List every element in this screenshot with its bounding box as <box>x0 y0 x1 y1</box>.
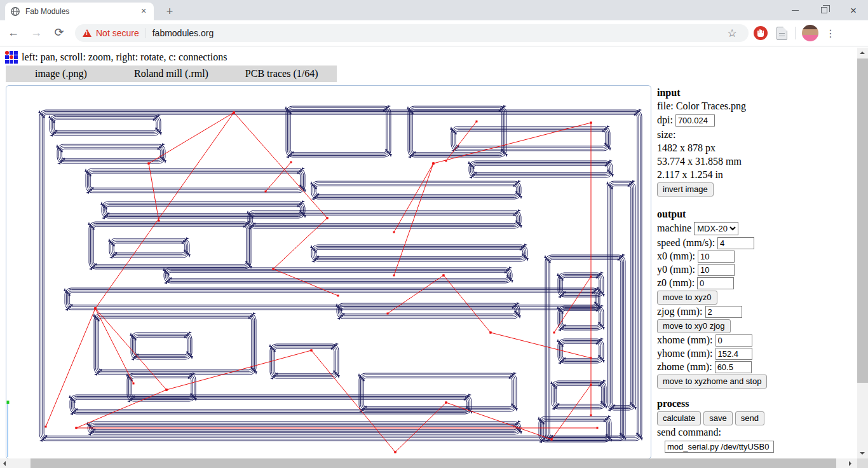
scroll-down-icon[interactable] <box>860 452 865 455</box>
control-panel: input file: Color Traces.png dpi: size: … <box>657 86 851 468</box>
scroll-up-icon[interactable] <box>860 52 865 54</box>
hand-icon <box>757 29 764 37</box>
process-section-title: process <box>657 397 851 410</box>
address-bar[interactable]: Not secure fabmodules.org ☆ <box>75 24 749 42</box>
send-command-label: send command: <box>657 425 851 439</box>
tab-title: Fab Modules <box>25 7 139 16</box>
input-file-line: file: Color Traces.png <box>657 99 851 113</box>
scroll-right-icon[interactable] <box>849 461 851 466</box>
url-text[interactable]: fabmodules.org <box>153 28 214 38</box>
back-button[interactable]: ← <box>4 24 23 43</box>
address-bar-divider <box>146 28 146 38</box>
adblock-extension-icon[interactable] <box>754 26 768 40</box>
speed-label: speed (mm/s): <box>657 237 715 248</box>
machine-label: machine <box>657 223 691 233</box>
close-icon: × <box>850 5 857 16</box>
forward-button[interactable]: → <box>27 24 46 43</box>
zjog-input[interactable] <box>705 306 742 318</box>
y0-label: y0 (mm): <box>657 264 695 275</box>
y0-input[interactable] <box>698 264 735 276</box>
yhome-input[interactable] <box>715 348 752 360</box>
fab-modules-logo-icon <box>5 51 18 64</box>
tab-image-png[interactable]: image (.png) <box>6 65 116 82</box>
yhome-label: yhome (mm): <box>657 348 713 359</box>
move-to-xyzhome-and-stop-button[interactable]: move to xyzhome and stop <box>657 375 767 389</box>
new-tab-button[interactable]: + <box>161 4 178 20</box>
window-close-button[interactable]: × <box>839 0 868 20</box>
size-mm: 53.774 x 31.858 mm <box>657 155 851 168</box>
machine-select[interactable]: MDX-20 <box>694 222 738 235</box>
page-header: left: pan, scroll: zoom, right: rotate, … <box>5 51 227 64</box>
zjog-label: zjog (mm): <box>657 306 703 317</box>
output-section-title: output <box>657 208 851 221</box>
browser-window: Fab Modules × + × ← → ⟳ Not secure fabmo… <box>0 0 868 468</box>
module-tab-bar: image (.png) Roland mill (.rml) PCB trac… <box>6 65 337 82</box>
invert-image-button[interactable]: invert image <box>657 182 714 196</box>
horizontal-scrollbar-thumb[interactable] <box>31 458 836 468</box>
browser-toolbar: ← → ⟳ Not secure fabmodules.org ☆ ⋮ <box>0 20 868 46</box>
restore-icon <box>821 7 827 13</box>
browser-titlebar: Fab Modules × + × <box>0 0 868 20</box>
not-secure-warning-icon <box>83 29 92 37</box>
send-command-input[interactable] <box>665 441 774 453</box>
window-minimize-button[interactable] <box>780 0 810 20</box>
dpi-label: dpi: <box>657 114 673 125</box>
scrollbar-corner <box>857 458 868 468</box>
globe-favicon-icon <box>10 6 20 17</box>
calculate-button[interactable]: calculate <box>657 411 701 425</box>
move-to-xyz0-button[interactable]: move to xyz0 <box>657 291 717 305</box>
browser-menu-icon[interactable]: ⋮ <box>824 27 837 39</box>
tab-pcb-traces[interactable]: PCB traces (1/64) <box>226 65 337 82</box>
browser-tab[interactable]: Fab Modules × <box>5 3 154 20</box>
mouse-hint-text: left: pan, scroll: zoom, right: rotate, … <box>22 52 227 63</box>
horizontal-scrollbar[interactable] <box>0 458 857 468</box>
size-in: 2.117 x 1.254 in <box>657 168 851 181</box>
z0-input[interactable] <box>697 277 734 289</box>
not-secure-label[interactable]: Not secure <box>96 28 139 38</box>
fabmodules-page: left: pan, scroll: zoom, right: rotate, … <box>0 47 868 468</box>
dpi-input[interactable] <box>675 114 715 127</box>
vertical-scrollbar-thumb[interactable] <box>857 59 868 383</box>
window-restore-button[interactable] <box>810 0 839 20</box>
xhome-label: xhome (mm): <box>657 334 713 345</box>
toolpath-viewport[interactable] <box>6 85 651 459</box>
size-px: 1482 x 878 px <box>657 141 851 155</box>
zhome-label: zhome (mm): <box>657 361 712 372</box>
reload-button[interactable]: ⟳ <box>50 24 69 43</box>
scroll-left-icon[interactable] <box>3 461 6 466</box>
tab-close-icon[interactable]: × <box>139 6 149 17</box>
x0-label: x0 (mm): <box>657 251 695 261</box>
bookmark-star-icon[interactable]: ☆ <box>723 27 741 40</box>
move-to-xy0-zjog-button[interactable]: move to xy0 zjog <box>657 319 731 333</box>
zhome-input[interactable] <box>715 361 752 373</box>
send-button[interactable]: send <box>735 411 764 425</box>
tab-roland-mill-rml[interactable]: Roland mill (.rml) <box>116 65 227 82</box>
size-label: size: <box>657 128 851 141</box>
xhome-input[interactable] <box>715 334 752 347</box>
toolbar-separator <box>795 27 796 39</box>
vertical-scrollbar[interactable] <box>857 48 868 458</box>
save-button[interactable]: save <box>703 411 732 425</box>
minimize-icon <box>792 10 799 11</box>
profile-avatar[interactable] <box>802 25 818 41</box>
z0-label: z0 (mm): <box>657 277 695 288</box>
toolpath-svg <box>6 86 651 458</box>
input-section-title: input <box>657 86 851 99</box>
x0-input[interactable] <box>698 251 735 263</box>
document-extension-icon[interactable] <box>776 27 787 40</box>
speed-input[interactable] <box>717 237 754 249</box>
